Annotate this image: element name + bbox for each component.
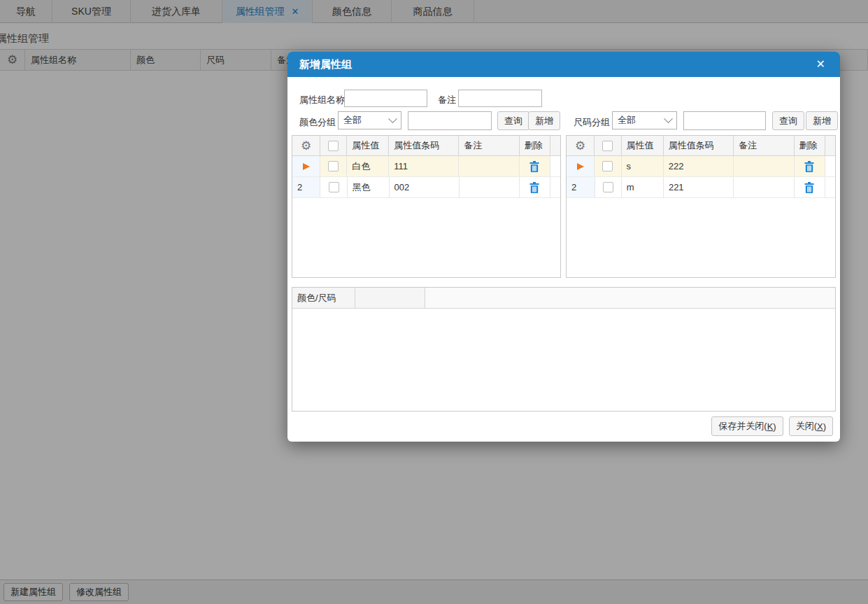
- attribute-value-cell[interactable]: 白色: [347, 156, 389, 176]
- column-header[interactable]: 属性值: [622, 136, 664, 155]
- row-select-cell[interactable]: [595, 156, 621, 176]
- header-filler: [425, 288, 835, 308]
- select-value: 全部: [618, 114, 636, 127]
- button-label: ): [773, 421, 776, 432]
- header-filler: [550, 136, 560, 155]
- table-header-row: ⚙ 属性值 属性值条码 备注 删除: [292, 136, 560, 156]
- header-filler: [825, 136, 835, 155]
- row-indicator-cell: [292, 156, 320, 176]
- save-and-close-button[interactable]: 保存并关闭(K): [711, 416, 783, 436]
- delete-row-button[interactable]: [795, 156, 825, 176]
- color-search-input[interactable]: [408, 111, 492, 130]
- size-group-label: 尺码分组: [574, 116, 610, 129]
- column-header[interactable]: 属性值: [347, 136, 389, 155]
- column-header[interactable]: 删除: [520, 136, 550, 155]
- column-header[interactable]: 删除: [795, 136, 825, 155]
- row-indicator-cell: [567, 156, 595, 176]
- row-checkbox[interactable]: [329, 182, 339, 192]
- row-filler: [825, 156, 835, 176]
- table-row[interactable]: s 222: [567, 156, 835, 177]
- remark-cell[interactable]: [459, 156, 519, 176]
- dialog-footer: 保存并关闭(K) 关闭(X): [287, 416, 840, 436]
- column-header[interactable]: 备注: [459, 136, 519, 155]
- screen: 导航 SKU管理 进货入库单 属性组管理 ✕ 颜色信息 商品信息 属性组管理 ⚙…: [0, 0, 868, 604]
- current-row-arrow-icon: [577, 163, 584, 170]
- hotkey: K: [767, 421, 774, 432]
- remark-input[interactable]: [458, 90, 542, 107]
- size-query-button[interactable]: 查询: [772, 111, 804, 130]
- chevron-down-icon: [664, 114, 673, 123]
- row-checkbox[interactable]: [328, 161, 339, 171]
- table-header-row: 颜色/尺码: [292, 288, 835, 309]
- delete-row-button[interactable]: [520, 156, 550, 176]
- row-select-cell[interactable]: [595, 177, 622, 197]
- row-filler: [825, 177, 835, 197]
- size-group-select[interactable]: 全部: [612, 111, 677, 129]
- gear-icon: ⚙: [575, 140, 585, 152]
- column-header[interactable]: 属性值条码: [389, 136, 459, 155]
- row-checkbox[interactable]: [602, 161, 613, 171]
- delete-row-button[interactable]: [520, 177, 550, 197]
- remark-label: 备注: [438, 94, 456, 106]
- trash-icon: [804, 161, 814, 172]
- attribute-value-cell[interactable]: m: [622, 177, 664, 197]
- column-header[interactable]: 属性值条码: [664, 136, 734, 155]
- color-add-button[interactable]: 新增: [528, 111, 560, 130]
- barcode-cell[interactable]: 002: [390, 177, 460, 197]
- size-search-input[interactable]: [683, 111, 766, 130]
- table-header-row: ⚙ 属性值 属性值条码 备注 删除: [567, 136, 835, 156]
- add-attribute-group-dialog: 新增属性组 ✕ 属性组名称 备注 颜色分组 全部 查询 新增 尺码分组 全部: [287, 52, 840, 442]
- select-value: 全部: [343, 114, 362, 127]
- color-values-table: ⚙ 属性值 属性值条码 备注 删除 白色 111 2: [292, 135, 561, 278]
- trash-icon: [529, 182, 539, 193]
- table-row[interactable]: 2 黑色 002: [292, 177, 560, 198]
- row-filler: [550, 156, 560, 176]
- hotkey: X: [817, 421, 823, 432]
- form-row-name: 属性组名称 备注: [287, 90, 840, 108]
- attribute-value-cell[interactable]: s: [622, 156, 664, 176]
- grid-settings-button[interactable]: ⚙: [292, 136, 320, 155]
- current-row-arrow-icon: [303, 163, 310, 170]
- button-label: ): [823, 421, 826, 432]
- select-all-cell[interactable]: [320, 136, 347, 155]
- size-add-button[interactable]: 新增: [806, 111, 838, 130]
- barcode-cell[interactable]: 222: [664, 156, 734, 176]
- trash-icon: [529, 161, 539, 172]
- select-all-cell[interactable]: [595, 136, 621, 155]
- barcode-cell[interactable]: 221: [664, 177, 734, 197]
- column-header[interactable]: [355, 288, 425, 308]
- grid-settings-button[interactable]: ⚙: [567, 136, 595, 155]
- close-icon[interactable]: ✕: [813, 57, 828, 71]
- delete-row-button[interactable]: [795, 177, 825, 197]
- barcode-cell[interactable]: 111: [389, 156, 459, 176]
- attribute-value-cell[interactable]: 黑色: [348, 177, 390, 197]
- table-row[interactable]: 白色 111: [292, 156, 560, 177]
- row-filler: [550, 177, 560, 197]
- close-button[interactable]: 关闭(X): [789, 416, 833, 436]
- trash-icon: [804, 182, 814, 193]
- row-select-cell[interactable]: [320, 177, 347, 197]
- row-indicator-cell: 2: [567, 177, 595, 197]
- remark-cell[interactable]: [734, 156, 795, 176]
- color-group-label: 颜色分组: [299, 116, 336, 129]
- remark-cell[interactable]: [734, 177, 795, 197]
- gear-icon: ⚙: [301, 140, 311, 152]
- select-all-checkbox[interactable]: [328, 141, 339, 151]
- color-group-select[interactable]: 全部: [338, 111, 401, 129]
- dialog-titlebar: 新增属性组 ✕: [287, 52, 840, 77]
- chevron-down-icon: [388, 114, 397, 123]
- attribute-group-name-input[interactable]: [344, 90, 427, 107]
- color-query-button[interactable]: 查询: [497, 111, 529, 130]
- row-select-cell[interactable]: [320, 156, 347, 176]
- row-indicator-cell: 2: [292, 177, 320, 197]
- form-row-groups: 颜色分组 全部 查询 新增 尺码分组 全部 查询 新增: [287, 111, 840, 130]
- name-label: 属性组名称: [299, 94, 345, 106]
- table-row[interactable]: 2 m 221: [567, 177, 835, 198]
- column-header[interactable]: 颜色/尺码: [292, 288, 355, 308]
- dialog-title: 新增属性组: [299, 58, 352, 71]
- row-checkbox[interactable]: [603, 182, 613, 192]
- button-label: 关闭(: [796, 420, 817, 433]
- select-all-checkbox[interactable]: [602, 141, 613, 151]
- remark-cell[interactable]: [460, 177, 520, 197]
- column-header[interactable]: 备注: [734, 136, 795, 155]
